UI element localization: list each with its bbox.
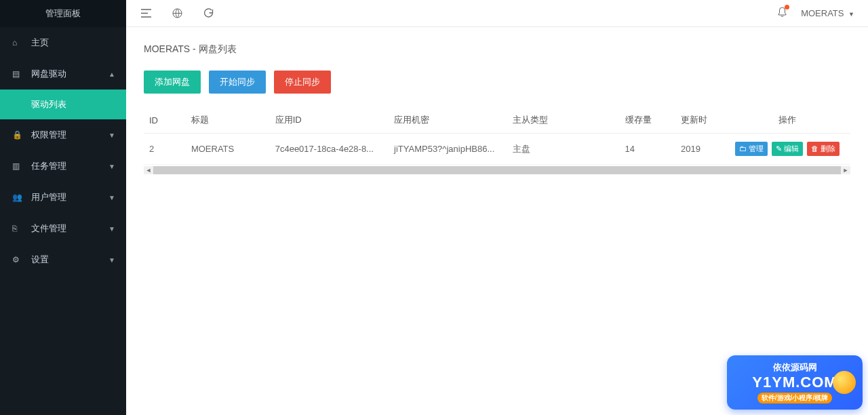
scroll-left-icon[interactable]: ◄	[144, 167, 153, 174]
table-wrap: ID 标题 应用ID 应用机密 主从类型 缓存量 更新时 操作 2 MOERAT…	[144, 107, 850, 174]
nav-settings[interactable]: ⚙ 设置 ▼	[0, 244, 126, 275]
globe-icon[interactable]	[171, 7, 183, 20]
th-id[interactable]: ID	[144, 107, 186, 134]
nav-label: 用户管理	[31, 191, 66, 203]
nav-home[interactable]: ⌂ 主页	[0, 27, 126, 58]
nav-label: 权限管理	[31, 129, 66, 141]
nav-label: 主页	[31, 37, 49, 49]
stop-sync-button[interactable]: 停止同步	[274, 71, 331, 94]
cell-id: 2	[144, 134, 186, 165]
th-title[interactable]: 标题	[186, 107, 270, 134]
notification-bell[interactable]	[777, 7, 787, 20]
edit-button[interactable]: ✎ 编辑	[772, 142, 803, 156]
cell-appid: 7c4ee017-18ca-4e28-8...	[270, 134, 389, 165]
th-update[interactable]: 更新时	[675, 107, 724, 134]
nav-label: 文件管理	[31, 222, 66, 235]
chevron-up-icon: ▲	[108, 71, 115, 78]
topbar: MOERATS ▼	[126, 0, 868, 27]
button-row: 添加网盘 开始同步 停止同步	[144, 71, 850, 94]
edit-label: 编辑	[784, 144, 799, 153]
chevron-down-icon: ▼	[108, 163, 115, 170]
main-area: MOERATS ▼ MOERATS - 网盘列表 添加网盘 开始同步 停止同步 …	[126, 0, 868, 415]
th-ops: 操作	[724, 107, 850, 134]
nav-sub-disk: 驱动列表	[0, 90, 126, 119]
cell-update: 2019	[675, 134, 724, 165]
page-title: MOERATS - 网盘列表	[144, 43, 850, 56]
nav-label: 网盘驱动	[31, 68, 66, 80]
notification-dot	[785, 5, 789, 9]
scroll-right-icon[interactable]: ►	[841, 167, 850, 174]
delete-label: 删除	[821, 144, 835, 153]
nav-disk-driver[interactable]: ▤ 网盘驱动 ▲	[0, 58, 126, 90]
table-row: 2 MOERATS 7c4ee017-18ca-4e28-8... jiTYAM…	[144, 134, 850, 165]
menu-toggle-icon[interactable]	[140, 7, 152, 20]
nav-users[interactable]: 👥 用户管理 ▼	[0, 182, 126, 213]
delete-button[interactable]: 🗑 删除	[807, 142, 840, 156]
chevron-down-icon: ▼	[108, 194, 115, 201]
promo-top-text: 依依源码网	[773, 361, 817, 374]
copy-icon: ⎘	[12, 224, 23, 233]
nav-sub-driver-list[interactable]: 驱动列表	[0, 90, 126, 119]
nav-files[interactable]: ⎘ 文件管理 ▼	[0, 213, 126, 244]
nav-permissions[interactable]: 🔒 权限管理 ▼	[0, 119, 126, 151]
manage-label: 管理	[749, 144, 764, 153]
gear-icon: ⚙	[12, 255, 23, 264]
tasks-icon: ▥	[12, 161, 23, 171]
user-name-text: MOERATS	[801, 8, 844, 18]
horizontal-scrollbar[interactable]: ◄ ►	[144, 166, 850, 174]
promo-dot-icon	[833, 371, 856, 394]
cell-title: MOERATS	[186, 134, 270, 165]
cell-secret: jiTYAMP53?^janipHB86...	[389, 134, 507, 165]
chevron-down-icon: ▼	[108, 225, 115, 233]
promo-sub-text: 软件/游戏/小程序/棋牌	[757, 393, 832, 403]
sidebar: 管理面板 ⌂ 主页 ▤ 网盘驱动 ▲ 驱动列表 🔒 权限管理 ▼ ▥ 任务管理 …	[0, 0, 126, 415]
th-type[interactable]: 主从类型	[507, 107, 619, 134]
users-icon: 👥	[12, 193, 23, 202]
table-header-row: ID 标题 应用ID 应用机密 主从类型 缓存量 更新时 操作	[144, 107, 850, 134]
content: MOERATS - 网盘列表 添加网盘 开始同步 停止同步 ID 标题 应用ID…	[126, 27, 868, 191]
add-disk-button[interactable]: 添加网盘	[144, 71, 201, 94]
lock-icon: 🔒	[12, 130, 23, 140]
sidebar-title: 管理面板	[0, 0, 126, 27]
promo-main-text: Y1YM.COM	[752, 374, 837, 391]
th-appid[interactable]: 应用ID	[270, 107, 389, 134]
home-icon: ⌂	[12, 38, 23, 47]
start-sync-button[interactable]: 开始同步	[209, 71, 266, 94]
th-cache[interactable]: 缓存量	[620, 107, 676, 134]
nav-label: 任务管理	[31, 160, 66, 172]
th-secret[interactable]: 应用机密	[389, 107, 507, 134]
nav-label: 设置	[31, 254, 49, 266]
cell-type: 主盘	[507, 134, 619, 165]
manage-button[interactable]: 🗀 管理	[735, 142, 768, 156]
scroll-track[interactable]	[153, 166, 841, 174]
chevron-down-icon: ▼	[108, 132, 115, 139]
cell-ops: 🗀 管理 ✎ 编辑 🗑 删除	[724, 134, 850, 165]
promo-badge[interactable]: 依依源码网 Y1YM.COM 软件/游戏/小程序/棋牌	[727, 355, 863, 410]
user-menu[interactable]: MOERATS ▼	[801, 8, 854, 18]
nav-tasks[interactable]: ▥ 任务管理 ▼	[0, 151, 126, 182]
chevron-down-icon: ▼	[108, 256, 115, 264]
cell-cache: 14	[620, 134, 676, 165]
caret-down-icon: ▼	[848, 11, 854, 18]
list-icon: ▤	[12, 69, 23, 79]
refresh-icon[interactable]	[202, 7, 214, 20]
disk-table: ID 标题 应用ID 应用机密 主从类型 缓存量 更新时 操作 2 MOERAT…	[144, 107, 850, 165]
